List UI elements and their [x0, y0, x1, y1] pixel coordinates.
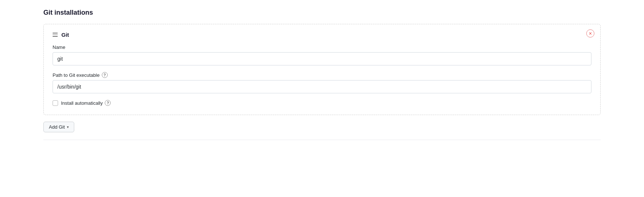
card-title: Git — [61, 32, 69, 38]
install-automatically-row: Install automatically ? — [53, 100, 591, 106]
add-git-button[interactable]: Add Git ▾ — [43, 122, 74, 132]
name-field-group: Name — [53, 44, 591, 65]
path-label: Path to Git executable ? — [53, 72, 591, 78]
path-field-group: Path to Git executable ? — [53, 72, 591, 93]
page-title: Git installations — [43, 9, 601, 17]
install-automatically-label: Install automatically ? — [61, 100, 111, 106]
name-label: Name — [53, 44, 591, 50]
install-help-icon[interactable]: ? — [105, 100, 111, 106]
bottom-divider — [43, 140, 601, 140]
path-input[interactable] — [53, 80, 591, 93]
install-automatically-checkbox[interactable] — [53, 100, 58, 106]
card-header: Git — [53, 32, 591, 38]
name-input[interactable] — [53, 52, 591, 65]
path-help-icon[interactable]: ? — [102, 72, 108, 78]
drag-handle-icon[interactable] — [53, 33, 58, 37]
close-button[interactable]: × — [586, 29, 594, 37]
add-git-dropdown-arrow: ▾ — [67, 125, 69, 129]
git-installation-card: Git × Name Path to Git executable ? Inst… — [43, 24, 601, 115]
